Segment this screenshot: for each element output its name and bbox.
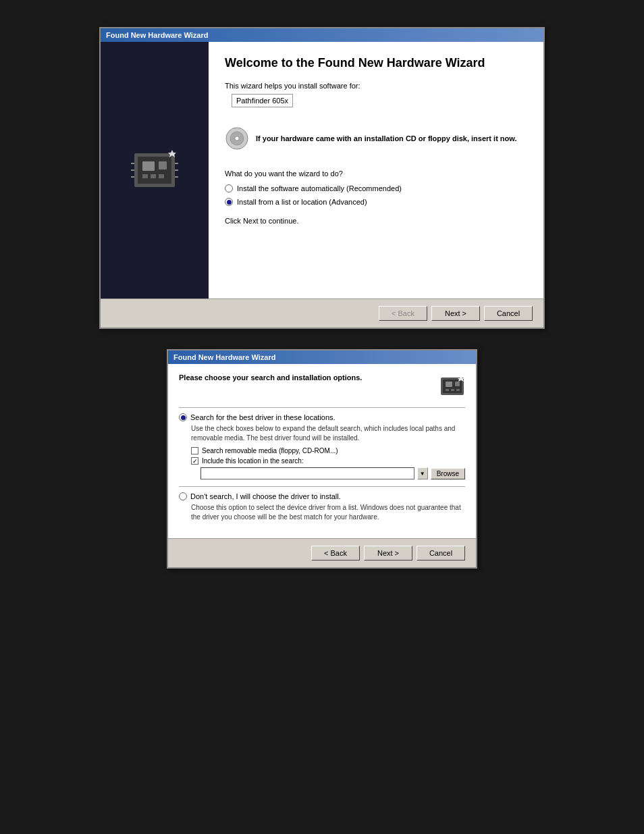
svg-rect-24 — [456, 389, 460, 391]
cd-notice-text: If your hardware came with an installati… — [256, 134, 517, 144]
removable-checkbox[interactable] — [191, 447, 198, 454]
radio-manual-circle[interactable] — [225, 198, 233, 206]
svg-rect-23 — [451, 389, 454, 391]
svg-rect-21 — [455, 382, 460, 386]
cd-notice: If your hardware came with an installati… — [225, 121, 527, 156]
radio-auto-option[interactable]: Install the software automatically (Reco… — [225, 184, 527, 192]
browse-button[interactable]: Browse — [431, 468, 465, 479]
dont-search-option-group: Don't search, I will choose the driver t… — [179, 492, 465, 522]
wizard1-next-button[interactable]: Next > — [431, 306, 480, 321]
wizard2-header: Please choose your search and installati… — [179, 373, 465, 399]
radio-auto-circle[interactable] — [225, 184, 233, 192]
section-divider-2 — [179, 486, 465, 487]
wizard1-sidebar — [101, 42, 209, 298]
wizard2-hardware-icon — [439, 373, 465, 399]
svg-point-16 — [235, 136, 239, 140]
wizard1-subtitle: This wizard helps you install software f… — [225, 82, 527, 90]
dont-search-option-label[interactable]: Don't search, I will choose the driver t… — [179, 492, 465, 500]
wizard2-titlebar: Found New Hardware Wizard — [168, 350, 476, 364]
wizard1-title: Found New Hardware Wizard — [106, 31, 208, 39]
svg-rect-6 — [159, 174, 164, 178]
svg-rect-5 — [151, 174, 156, 178]
svg-rect-2 — [142, 161, 155, 171]
removable-checkbox-label: Search removable media (floppy, CD-ROM..… — [202, 447, 338, 454]
svg-rect-4 — [142, 174, 148, 178]
radio-auto-label: Install the software automatically (Reco… — [237, 184, 402, 192]
wizard2-button-bar: < Back Next > Cancel — [168, 538, 476, 567]
svg-rect-22 — [446, 389, 449, 391]
wizard1-dialog: Found New Hardware Wizard — [99, 27, 545, 329]
radio-manual-label: Install from a list or location (Advance… — [237, 198, 367, 206]
dont-search-radio[interactable] — [179, 492, 187, 500]
wizard1-titlebar: Found New Hardware Wizard — [101, 28, 543, 42]
wizard1-content: Welcome to the Found New Hardware Wizard… — [209, 42, 543, 298]
svg-rect-3 — [159, 161, 167, 170]
location-checkbox-row[interactable]: Include this location in the search: — [191, 457, 465, 465]
radio-manual-option[interactable]: Install from a list or location (Advance… — [225, 198, 527, 206]
search-option-group: Search for the best driver in these loca… — [179, 413, 465, 479]
search-option-text: Search for the best driver in these loca… — [190, 413, 336, 421]
location-input[interactable] — [200, 467, 414, 479]
cd-icon — [225, 126, 249, 151]
search-option-label[interactable]: Search for the best driver in these loca… — [179, 413, 465, 421]
wizard1-back-button[interactable]: < Back — [379, 306, 427, 321]
svg-rect-20 — [446, 382, 452, 387]
location-checkbox-label: Include this location in the search: — [202, 457, 304, 465]
wizard1-heading: Welcome to the Found New Hardware Wizard — [225, 55, 527, 71]
dont-search-option-text: Don't search, I will choose the driver t… — [190, 492, 341, 500]
wizard2-title: Found New Hardware Wizard — [173, 353, 275, 361]
wizard2-dialog: Found New Hardware Wizard Please choose … — [167, 349, 477, 569]
section-divider-1 — [179, 407, 465, 408]
wizard2-back-button[interactable]: < Back — [311, 546, 360, 561]
hardware-wizard-sidebar-icon — [128, 143, 182, 197]
dont-search-desc: Choose this option to select the device … — [191, 503, 465, 522]
wizard2-header-text: Please choose your search and installati… — [179, 373, 362, 382]
location-dropdown[interactable]: ▼ — [417, 467, 428, 479]
search-radio[interactable] — [179, 413, 187, 421]
wizard-question: What do you want the wizard to do? — [225, 170, 527, 178]
location-checkbox[interactable] — [191, 457, 198, 465]
click-next-text: Click Next to continue. — [225, 217, 527, 225]
wizard1-cancel-button[interactable]: Cancel — [484, 306, 533, 321]
wizard1-device: Pathfinder 605x — [232, 94, 293, 107]
removable-checkbox-row[interactable]: Search removable media (floppy, CD-ROM..… — [191, 447, 465, 454]
search-option-desc: Use the check boxes below to expand the … — [191, 424, 465, 443]
wizard2-cancel-button[interactable]: Cancel — [417, 546, 465, 561]
wizard1-button-bar: < Back Next > Cancel — [101, 298, 543, 328]
wizard2-body: Please choose your search and installati… — [168, 364, 476, 538]
location-row: ▼ Browse — [200, 467, 465, 479]
wizard2-next-button[interactable]: Next > — [364, 546, 412, 561]
